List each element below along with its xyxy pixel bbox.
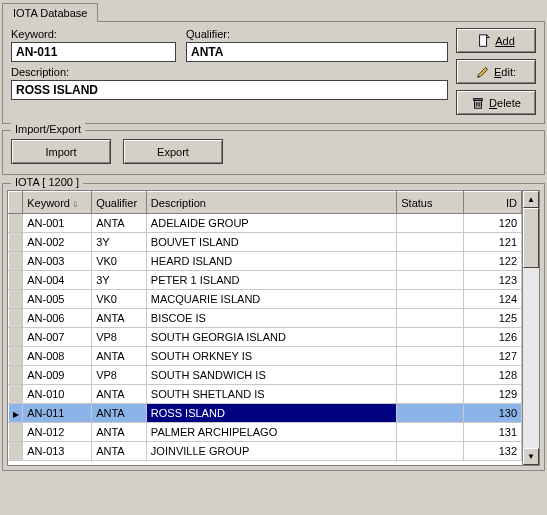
table-row[interactable]: AN-008ANTASOUTH ORKNEY IS127 [9,347,522,366]
row-indicator[interactable] [9,290,23,309]
vertical-scrollbar[interactable]: ▲ ▼ [522,191,539,465]
cell-status[interactable] [397,385,464,404]
table-row[interactable]: AN-007VP8SOUTH GEORGIA ISLAND126 [9,328,522,347]
cell-description[interactable]: ROSS ISLAND [146,404,396,423]
table-row[interactable]: AN-003VK0HEARD ISLAND122 [9,252,522,271]
table-row[interactable]: AN-006ANTABISCOE IS125 [9,309,522,328]
cell-keyword[interactable]: AN-005 [23,290,92,309]
cell-status[interactable] [397,328,464,347]
cell-status[interactable] [397,233,464,252]
row-indicator[interactable] [9,252,23,271]
cell-qualifier[interactable]: VK0 [92,252,147,271]
table-row[interactable]: AN-012ANTAPALMER ARCHIPELAGO131 [9,423,522,442]
cell-keyword[interactable]: AN-010 [23,385,92,404]
cell-description[interactable]: SOUTH GEORGIA ISLAND [146,328,396,347]
cell-description[interactable]: JOINVILLE GROUP [146,442,396,461]
table-row[interactable]: AN-005VK0MACQUARIE ISLAND124 [9,290,522,309]
cell-status[interactable] [397,442,464,461]
cell-status[interactable] [397,214,464,233]
qualifier-input[interactable] [186,42,448,62]
cell-qualifier[interactable]: ANTA [92,404,147,423]
cell-description[interactable]: BOUVET ISLAND [146,233,396,252]
cell-id[interactable]: 127 [464,347,522,366]
description-input[interactable] [11,80,448,100]
col-status[interactable]: Status [397,192,464,214]
cell-qualifier[interactable]: ANTA [92,309,147,328]
cell-status[interactable] [397,271,464,290]
cell-keyword[interactable]: AN-006 [23,309,92,328]
row-indicator[interactable] [9,423,23,442]
scroll-down-button[interactable]: ▼ [523,448,539,465]
cell-qualifier[interactable]: ANTA [92,214,147,233]
keyword-input[interactable] [11,42,176,62]
scroll-track[interactable] [523,208,539,448]
col-id[interactable]: ID [464,192,522,214]
cell-id[interactable]: 130 [464,404,522,423]
cell-id[interactable]: 126 [464,328,522,347]
row-indicator[interactable] [9,214,23,233]
cell-qualifier[interactable]: 3Y [92,271,147,290]
cell-keyword[interactable]: AN-009 [23,366,92,385]
row-indicator[interactable] [9,328,23,347]
table-row[interactable]: AN-009VP8SOUTH SANDWICH IS128 [9,366,522,385]
data-grid[interactable]: Keyword⇩ Qualifier Description Status ID… [8,191,522,461]
cell-qualifier[interactable]: ANTA [92,442,147,461]
cell-status[interactable] [397,309,464,328]
table-row[interactable]: AN-010ANTASOUTH SHETLAND IS129 [9,385,522,404]
cell-keyword[interactable]: AN-007 [23,328,92,347]
cell-qualifier[interactable]: ANTA [92,347,147,366]
cell-id[interactable]: 124 [464,290,522,309]
rowhead-header[interactable] [9,192,23,214]
cell-status[interactable] [397,423,464,442]
cell-status[interactable] [397,290,464,309]
col-description[interactable]: Description [146,192,396,214]
add-button[interactable]: Add [456,28,536,53]
scroll-thumb[interactable] [523,208,539,268]
cell-description[interactable]: PETER 1 ISLAND [146,271,396,290]
cell-keyword[interactable]: AN-004 [23,271,92,290]
delete-button[interactable]: Delete [456,90,536,115]
cell-status[interactable] [397,366,464,385]
cell-id[interactable]: 125 [464,309,522,328]
cell-keyword[interactable]: AN-001 [23,214,92,233]
table-row[interactable]: AN-0043YPETER 1 ISLAND123 [9,271,522,290]
cell-status[interactable] [397,252,464,271]
row-indicator[interactable] [9,233,23,252]
row-indicator[interactable] [9,366,23,385]
cell-description[interactable]: SOUTH SANDWICH IS [146,366,396,385]
import-button[interactable]: Import [11,139,111,164]
table-row[interactable]: AN-011ANTAROSS ISLAND130 [9,404,522,423]
cell-qualifier[interactable]: 3Y [92,233,147,252]
cell-qualifier[interactable]: VK0 [92,290,147,309]
cell-description[interactable]: HEARD ISLAND [146,252,396,271]
cell-keyword[interactable]: AN-008 [23,347,92,366]
cell-id[interactable]: 129 [464,385,522,404]
cell-qualifier[interactable]: VP8 [92,366,147,385]
cell-status[interactable] [397,404,464,423]
cell-description[interactable]: SOUTH SHETLAND IS [146,385,396,404]
row-indicator[interactable] [9,442,23,461]
table-row[interactable]: AN-013ANTAJOINVILLE GROUP132 [9,442,522,461]
cell-id[interactable]: 120 [464,214,522,233]
cell-id[interactable]: 123 [464,271,522,290]
row-indicator[interactable] [9,385,23,404]
row-indicator[interactable] [9,271,23,290]
export-button[interactable]: Export [123,139,223,164]
cell-qualifier[interactable]: VP8 [92,328,147,347]
cell-id[interactable]: 128 [464,366,522,385]
cell-status[interactable] [397,347,464,366]
cell-id[interactable]: 122 [464,252,522,271]
cell-id[interactable]: 121 [464,233,522,252]
cell-qualifier[interactable]: ANTA [92,385,147,404]
col-keyword[interactable]: Keyword⇩ [23,192,92,214]
col-qualifier[interactable]: Qualifier [92,192,147,214]
cell-id[interactable]: 131 [464,423,522,442]
cell-keyword[interactable]: AN-012 [23,423,92,442]
row-indicator[interactable] [9,347,23,366]
cell-keyword[interactable]: AN-013 [23,442,92,461]
row-indicator[interactable] [9,309,23,328]
cell-description[interactable]: SOUTH ORKNEY IS [146,347,396,366]
tab-iota-database[interactable]: IOTA Database [2,3,98,22]
table-row[interactable]: AN-0023YBOUVET ISLAND121 [9,233,522,252]
cell-id[interactable]: 132 [464,442,522,461]
